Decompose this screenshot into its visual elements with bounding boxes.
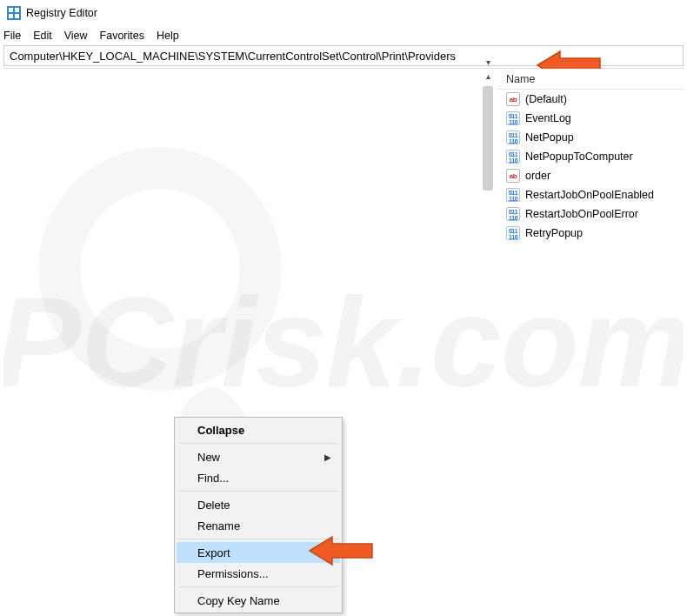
context-new[interactable]: New ▶ — [177, 446, 340, 467]
app-icon — [7, 6, 21, 20]
context-collapse[interactable]: Collapse — [177, 419, 340, 440]
reg-string-icon: ab — [506, 92, 520, 106]
list-item[interactable]: 011110EventLog — [497, 109, 684, 128]
menu-help[interactable]: Help — [157, 30, 179, 42]
menubar: File Edit View Favorites Help — [0, 26, 687, 45]
scroll-up-arrow[interactable]: ▴ — [481, 69, 495, 83]
list-item[interactable]: ab(Default) — [497, 90, 684, 109]
reg-string-icon: ab — [506, 169, 520, 183]
list-item[interactable]: 011110RestartJobOnPoolEnabled — [497, 185, 684, 204]
context-menu: Collapse New ▶ Find... Delete Rename Exp… — [174, 417, 343, 613]
content-area: PCrisk.com ›NetTrace›Network›NetworkProv… — [3, 68, 684, 616]
list-item[interactable]: 011110NetPopupToComputer — [497, 147, 684, 166]
list-item[interactable]: aborder — [497, 166, 684, 185]
list-item[interactable]: 011110NetPopup — [497, 128, 684, 147]
window-title: Registry Editor — [26, 7, 97, 19]
reg-binary-icon: 011110 — [506, 111, 520, 125]
submenu-arrow-icon: ▶ — [324, 452, 331, 462]
address-text[interactable]: Computer\HKEY_LOCAL_MACHINE\SYSTEM\Curre… — [10, 50, 456, 63]
list-item-label: RetryPopup — [525, 227, 583, 239]
context-copy-key-name[interactable]: Copy Key Name — [177, 590, 340, 611]
list-item[interactable]: 011110RestartJobOnPoolError — [497, 204, 684, 224]
reg-binary-icon: 011110 — [506, 226, 520, 240]
context-export[interactable]: Export — [177, 542, 340, 563]
svg-rect-3 — [9, 14, 13, 18]
reg-binary-icon: 011110 — [506, 207, 520, 221]
reg-binary-icon: 011110 — [506, 188, 520, 202]
context-delete[interactable]: Delete — [177, 494, 340, 515]
list-item-label: (Default) — [525, 93, 567, 105]
tree-view[interactable]: ›NetTrace›Network›NetworkProvider›Networ… — [3, 69, 494, 74]
context-permissions[interactable]: Permissions... — [177, 563, 340, 584]
menu-favorites[interactable]: Favorites — [100, 30, 144, 42]
reg-binary-icon: 011110 — [506, 131, 520, 144]
list-item-label: NetPopup — [525, 131, 574, 144]
context-find[interactable]: Find... — [177, 467, 340, 488]
list-item-label: NetPopupToComputer — [525, 151, 633, 163]
titlebar: Registry Editor — [0, 0, 687, 26]
list-item-label: EventLog — [525, 112, 571, 124]
reg-binary-icon: 011110 — [506, 150, 520, 164]
context-rename[interactable]: Rename — [177, 515, 340, 536]
menu-file[interactable]: File — [3, 30, 21, 42]
menu-view[interactable]: View — [64, 30, 88, 42]
scroll-thumb[interactable] — [483, 86, 493, 191]
address-bar[interactable]: Computer\HKEY_LOCAL_MACHINE\SYSTEM\Curre… — [3, 45, 684, 66]
list-item-label: order — [525, 170, 550, 182]
scroll-down-arrow[interactable]: ▾ — [481, 55, 495, 69]
list-item[interactable]: 011110RetryPopup — [497, 224, 684, 243]
list-item-label: RestartJobOnPoolError — [525, 208, 638, 220]
menu-edit[interactable]: Edit — [33, 30, 52, 42]
list-item-label: RestartJobOnPoolEnabled — [525, 189, 654, 201]
svg-rect-1 — [9, 8, 13, 12]
svg-rect-4 — [15, 14, 19, 18]
list-header-name[interactable]: Name — [497, 69, 684, 90]
svg-rect-2 — [15, 8, 19, 12]
